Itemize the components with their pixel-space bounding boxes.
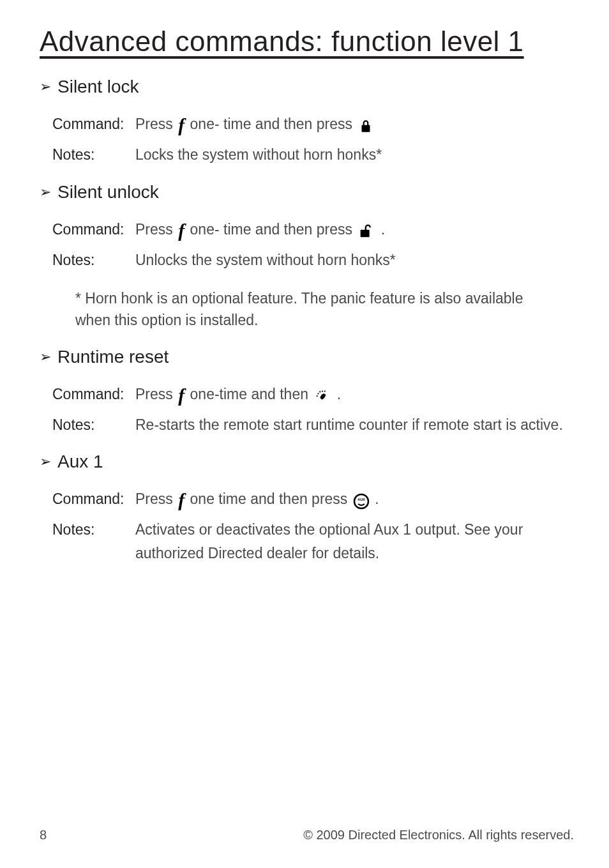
section-runtime-reset: ➢ Runtime reset xyxy=(40,347,574,367)
command-label: Command: xyxy=(52,218,135,241)
page-number: 8 xyxy=(40,828,47,842)
command-row: Command: Press f one time and then press… xyxy=(52,485,574,515)
svg-point-0 xyxy=(318,393,319,394)
copyright-text: © 2009 Directed Electronics. All rights … xyxy=(303,828,574,842)
section-aux1: ➢ Aux 1 xyxy=(40,452,574,472)
svg-point-5 xyxy=(354,494,368,508)
command-label: Command: xyxy=(52,112,135,136)
notes-row: Notes: Locks the system without horn hon… xyxy=(52,143,574,167)
silent-unlock-block: Command: Press f one- time and then pres… xyxy=(52,215,574,272)
section-heading-text: Silent lock xyxy=(57,77,139,97)
notes-label: Notes: xyxy=(52,248,135,272)
page-title: Advanced commands: function level 1 xyxy=(40,26,574,57)
notes-label: Notes: xyxy=(52,143,135,167)
command-row: Command: Press f one- time and then pres… xyxy=(52,110,574,141)
runtime-reset-block: Command: Press f one-time and then . Not… xyxy=(52,380,574,437)
lock-icon xyxy=(357,114,374,137)
notes-content: Activates or deactivates the optional Au… xyxy=(135,518,574,565)
aux1-block: Command: Press f one time and then press… xyxy=(52,485,574,565)
silent-lock-block: Command: Press f one- time and then pres… xyxy=(52,110,574,167)
notes-row: Notes: Re-starts the remote start runtim… xyxy=(52,413,574,437)
arrow-icon: ➢ xyxy=(40,453,51,470)
notes-row: Notes: Unlocks the system without horn h… xyxy=(52,248,574,272)
notes-label: Notes: xyxy=(52,413,135,437)
command-content: Press f one time and then press AUX . xyxy=(135,485,574,515)
arrow-icon: ➢ xyxy=(40,79,51,95)
section-heading-text: Silent unlock xyxy=(57,182,159,202)
notes-label: Notes: xyxy=(52,518,135,542)
f-icon: f xyxy=(178,110,184,141)
svg-point-1 xyxy=(317,395,318,397)
command-label: Command: xyxy=(52,487,135,511)
svg-point-4 xyxy=(324,391,326,392)
f-icon: f xyxy=(178,215,184,246)
arrow-icon: ➢ xyxy=(40,349,51,365)
command-label: Command: xyxy=(52,383,135,406)
svg-text:AUX: AUX xyxy=(357,498,365,501)
arrow-icon: ➢ xyxy=(40,184,51,201)
command-row: Command: Press f one- time and then pres… xyxy=(52,215,574,246)
notes-content: Locks the system without horn honks* xyxy=(135,143,574,167)
command-content: Press f one-time and then . xyxy=(135,380,574,411)
svg-point-3 xyxy=(322,391,323,392)
section-silent-lock: ➢ Silent lock xyxy=(40,77,574,97)
f-icon: f xyxy=(178,485,184,515)
command-content: Press f one- time and then press xyxy=(135,110,574,141)
footer: 8 © 2009 Directed Electronics. All right… xyxy=(40,828,574,842)
section-silent-unlock: ➢ Silent unlock xyxy=(40,182,574,202)
command-row: Command: Press f one-time and then . xyxy=(52,380,574,411)
section-heading-text: Runtime reset xyxy=(57,347,169,367)
command-content: Press f one- time and then press . xyxy=(135,215,574,246)
remote-start-icon xyxy=(313,383,331,407)
footnote-text: * Horn honk is an optional feature. The … xyxy=(75,287,548,331)
f-icon: f xyxy=(178,380,184,411)
unlock-icon xyxy=(357,218,375,242)
svg-point-2 xyxy=(320,391,321,392)
notes-row: Notes: Activates or deactivates the opti… xyxy=(52,518,574,565)
notes-content: Re-starts the remote start runtime count… xyxy=(135,413,574,437)
aux-icon: AUX xyxy=(353,489,370,512)
section-heading-text: Aux 1 xyxy=(57,452,103,472)
notes-content: Unlocks the system without horn honks* xyxy=(135,248,574,272)
